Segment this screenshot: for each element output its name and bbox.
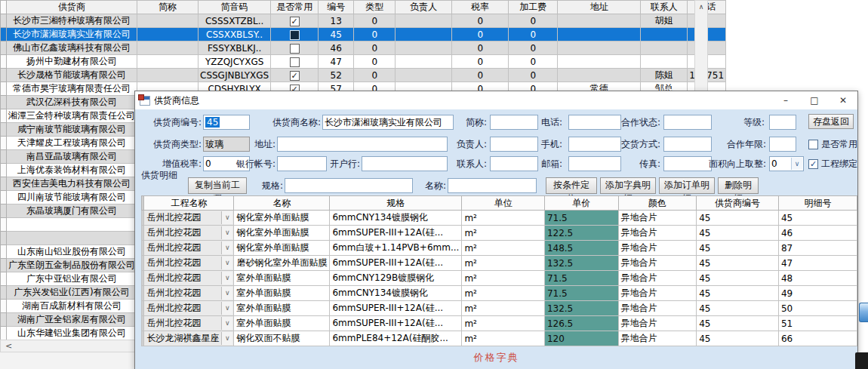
chevron-down-icon[interactable]: ∨	[221, 211, 232, 224]
row-header-cell[interactable]	[1, 150, 7, 164]
column-header[interactable]: 单位	[462, 196, 545, 211]
detail-id-cell[interactable]: 46	[778, 226, 857, 241]
is-common-checkbox[interactable]: 是否常用	[808, 137, 857, 152]
spec-cell[interactable]: 6mmSUPER-III+12A(硅...	[330, 226, 462, 241]
supplier-address-cell[interactable]	[558, 69, 641, 82]
detail-row[interactable]: 岳州北控花园∨钢化室外单面贴膜6mmCNY134镀膜钢化m²71.5异地合片45…	[142, 211, 857, 226]
supplier-name-cell[interactable]: 武汉亿深科技有限公司	[7, 96, 137, 109]
supplier-name-cell[interactable]: 佛山市亿鑫玻璃科技有限公司	[7, 42, 137, 55]
detail-id-cell[interactable]: 87	[778, 241, 857, 256]
detail-row[interactable]: 岳州北控花园∨室外单面贴膜6mmCNY129B镀膜钢化m²71.5异地合片454…	[142, 271, 857, 286]
supplier-fee-cell[interactable]: 0	[509, 28, 558, 42]
unit-cell[interactable]: m²	[462, 211, 545, 226]
unit-cell[interactable]: m²	[462, 271, 545, 286]
project-name-cell[interactable]: 岳州北控花园∨	[144, 271, 234, 286]
supplier-row[interactable]: 扬州中勤建材有限公司YZZQJCYXGS47000	[1, 55, 726, 69]
checkbox[interactable]	[290, 44, 300, 54]
supplier-name-cell[interactable]: 长沙市三湘特种玻璃有限公司	[7, 14, 137, 28]
column-header[interactable]: 单价	[544, 196, 618, 211]
name-cell[interactable]: 磨砂钢化室外单面贴膜	[234, 256, 330, 271]
unit-cell[interactable]: m²	[462, 286, 545, 301]
column-header[interactable]: 是否常用	[271, 1, 319, 14]
email-input[interactable]	[568, 156, 621, 171]
supplier-tax-cell[interactable]: 0	[452, 69, 509, 82]
name-cell[interactable]: 钢化室外单面贴膜	[234, 226, 330, 241]
supplier-name-cell[interactable]: 四川南玻节能玻璃有限公司	[7, 191, 137, 204]
column-header[interactable]: 编号	[319, 1, 354, 14]
supplier-name-cell[interactable]: 湘潭三金特种玻璃有限责任公司	[7, 109, 137, 123]
project-combo[interactable]: 岳州北控花园∨	[144, 271, 233, 285]
chevron-down-icon[interactable]: ∨	[221, 272, 232, 284]
supplier-name-cell[interactable]: 广东兴发铝业(江西)有限公司	[7, 286, 137, 300]
name-cell[interactable]: 室外单面贴膜	[234, 316, 330, 331]
unit-cell[interactable]: m²	[462, 241, 545, 256]
project-name-cell[interactable]: 长沙龙湖祺鑫星座∨	[144, 331, 234, 346]
add-order-detail-button[interactable]: 添加订单明细	[659, 177, 715, 194]
column-header[interactable]: 负责人	[396, 1, 452, 14]
row-header-cell[interactable]	[1, 137, 7, 150]
supplier-id-cell[interactable]: 52	[319, 69, 354, 82]
supplier-tax-cell[interactable]: 0	[452, 14, 509, 28]
supplier-id-cell[interactable]: 45	[697, 256, 779, 271]
color-cell[interactable]: 异地合片	[618, 271, 697, 286]
color-cell[interactable]: 异地合片	[618, 301, 697, 316]
coop-years-input[interactable]	[769, 137, 796, 152]
row-header-cell[interactable]	[1, 164, 7, 177]
detail-row[interactable]: 岳州北控花园∨室外单面贴膜6mmCNY134镀膜钢化m²71.5异地合片4549	[142, 286, 857, 301]
area-round-up-select[interactable]: 0 ∨	[769, 156, 804, 171]
row-header-cell[interactable]	[1, 245, 7, 259]
chevron-down-icon[interactable]: ∨	[791, 158, 802, 170]
color-cell[interactable]: 异地合片	[618, 226, 697, 241]
column-header[interactable]: 联系人	[641, 1, 688, 14]
price-cell[interactable]: 126.5	[544, 316, 618, 331]
supplier-id-cell[interactable]: 45	[697, 211, 779, 226]
spec-cell[interactable]: 6mm白玻+1.14PVB+6mm...	[330, 241, 462, 256]
supplier-name-input[interactable]: 长沙市潇湘玻璃实业有限公司	[322, 115, 454, 130]
supplier-contact-cell[interactable]	[641, 55, 688, 69]
supplier-manager-cell[interactable]	[396, 42, 452, 55]
row-header-cell[interactable]	[1, 286, 7, 300]
supplier-name-cell[interactable]: 东晶玻璃厦门有限公司	[7, 204, 137, 218]
close-icon[interactable]: ✕	[829, 91, 857, 109]
column-header[interactable]: 名称	[234, 196, 330, 211]
spec-cell[interactable]: 6mmSUPER-III+12A(硅...	[330, 316, 462, 331]
supplier-row[interactable]: 佛山市亿鑫玻璃科技有限公司FSSYXBLKJ..46000	[1, 42, 726, 55]
project-combo[interactable]: 长沙龙湖祺鑫星座∨	[144, 331, 233, 346]
detail-id-cell[interactable]: 47	[778, 256, 857, 271]
color-cell[interactable]: 异地合片	[618, 241, 697, 256]
supplier-code-cell[interactable]: YZZQJCYXGS	[199, 55, 271, 69]
supplier-manager-cell[interactable]	[396, 28, 452, 42]
supplier-name-cell[interactable]: 西安佳吉美电力科技有限公司	[7, 177, 137, 191]
price-cell[interactable]: 132.5	[544, 256, 618, 271]
supplier-code-cell[interactable]: CSSXXBLSY..	[199, 28, 271, 42]
project-name-cell[interactable]: 岳州北控花园∨	[144, 301, 234, 316]
chevron-down-icon[interactable]: ∨	[221, 302, 232, 315]
supplier-name-cell[interactable]: 长沙市潇湘玻璃实业有限公司	[7, 28, 137, 42]
chevron-down-icon[interactable]: ∨	[221, 317, 232, 330]
supplier-name-cell[interactable]: 扬州中勤建材有限公司	[7, 55, 137, 69]
name-cell[interactable]: 钢化室外单面贴膜	[234, 211, 330, 226]
supplier-id-cell[interactable]: 45	[697, 316, 779, 331]
project-name-cell[interactable]: 岳州北控花园∨	[144, 226, 234, 241]
unit-cell[interactable]: m²	[462, 316, 545, 331]
locate-by-condition-button[interactable]: 按条件定位	[546, 177, 597, 194]
supplier-type-cell[interactable]: 0	[354, 42, 396, 55]
price-cell[interactable]: 122.5	[544, 226, 618, 241]
column-header[interactable]: 颜色	[618, 196, 697, 211]
project-name-cell[interactable]: 岳州北控花园∨	[144, 256, 234, 271]
supplier-name-cell[interactable]: 广东中亚铝业有限公司	[7, 272, 137, 286]
detail-row[interactable]: 岳州北控花园∨室外单面贴膜6mmSUPER-III+12A(硅...m²126.…	[142, 316, 857, 331]
spec-cell[interactable]: 6mmCNY134镀膜钢化	[330, 211, 462, 226]
supplier-tax-cell[interactable]: 0	[452, 42, 509, 55]
supplier-name-cell[interactable]: 湖南百成新材料有限公司	[7, 300, 137, 313]
price-cell[interactable]: 71.5	[544, 286, 618, 301]
chevron-down-icon[interactable]: ∨	[221, 287, 232, 300]
name-cell[interactable]: 钢化室外单面贴膜	[234, 241, 330, 256]
delete-detail-button[interactable]: 删除明细	[718, 177, 759, 194]
column-header[interactable]: 税率	[452, 1, 509, 14]
supplier-manager-cell[interactable]	[396, 55, 452, 69]
price-cell[interactable]: 71.5	[544, 211, 618, 226]
row-header-cell[interactable]	[1, 313, 7, 327]
detail-id-cell[interactable]: 49	[778, 286, 857, 301]
spec-filter-input[interactable]	[285, 178, 413, 193]
